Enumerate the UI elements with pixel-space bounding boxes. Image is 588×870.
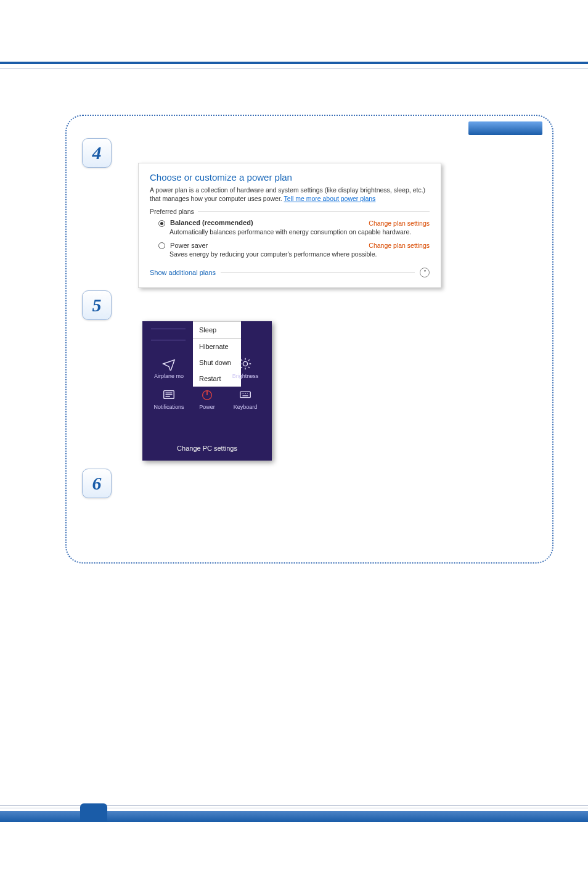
radio-unselected-icon[interactable] [158, 242, 165, 249]
plan-balanced: Balanced (recommended) Change plan setti… [158, 219, 430, 236]
notifications-icon [162, 388, 176, 401]
power-menu-hibernate[interactable]: Hibernate [193, 338, 241, 355]
power-options-title: Choose or customize a power plan [150, 172, 430, 183]
accent-label [468, 121, 542, 135]
charm-brightness[interactable]: Brightness [226, 357, 264, 379]
plan-power-saver-name: Power saver [170, 242, 208, 249]
header-divider [0, 62, 588, 69]
step-6-badge: 6 [82, 469, 112, 498]
change-pc-settings-link[interactable]: Change PC settings [142, 445, 272, 452]
change-plan-settings-link[interactable]: Change plan settings [369, 220, 430, 227]
chevron-down-icon[interactable]: ˅ [420, 268, 430, 277]
charm-airplane-label: Airplane mo [154, 373, 184, 379]
keyboard-icon [239, 388, 252, 401]
panel-divider [151, 340, 186, 340]
charm-grid: Airplane mo Brightness Notifications Pow… [150, 357, 264, 410]
plan-balanced-name: Balanced (recommended) [170, 219, 253, 226]
svg-rect-3 [240, 392, 251, 397]
plan-power-saver-desc: Saves energy by reducing your computer's… [169, 250, 430, 258]
panel-divider [151, 329, 186, 329]
power-icon [200, 388, 214, 401]
power-menu-sleep[interactable]: Sleep [193, 322, 241, 338]
divider-line [198, 211, 430, 212]
charm-airplane-mode[interactable]: Airplane mo [150, 357, 188, 379]
airplane-icon [162, 357, 176, 371]
plan-power-saver: Power saver Change plan settings Saves e… [158, 242, 430, 258]
show-additional-plans-row[interactable]: Show additional plans ˅ [150, 268, 430, 277]
plan-power-saver-radio-row[interactable]: Power saver [158, 242, 208, 250]
preferred-plans-header: Preferred plans [150, 208, 430, 215]
charm-notifications-label: Notifications [153, 404, 184, 410]
plan-balanced-radio-row[interactable]: Balanced (recommended) [158, 219, 253, 227]
divider-line [221, 273, 415, 273]
settings-charm-panel: Sleep Hibernate Shut down Restart Airpla… [142, 321, 272, 461]
preferred-plans-label: Preferred plans [150, 208, 194, 215]
charm-power-label: Power [199, 404, 215, 410]
change-plan-settings-link[interactable]: Change plan settings [369, 242, 430, 249]
radio-selected-icon[interactable] [158, 220, 165, 227]
show-additional-plans-label: Show additional plans [150, 269, 216, 276]
tell-me-more-link[interactable]: Tell me more about power plans [284, 195, 376, 202]
step-4-badge: 4 [82, 138, 112, 168]
power-options-window: Choose or customize a power plan A power… [138, 163, 441, 288]
svg-point-0 [243, 361, 247, 366]
charm-power[interactable]: Power [188, 388, 226, 410]
charm-notifications[interactable]: Notifications [150, 388, 188, 410]
charm-keyboard[interactable]: Keyboard [226, 388, 264, 410]
step-5-badge: 5 [82, 290, 112, 320]
plan-balanced-desc: Automatically balances performance with … [169, 228, 430, 236]
charm-brightness-label: Brightness [232, 373, 259, 379]
charm-keyboard-label: Keyboard [234, 404, 258, 410]
power-options-description: A power plan is a collection of hardware… [150, 186, 430, 203]
page-number-tab [80, 803, 107, 822]
brightness-icon [239, 357, 252, 371]
